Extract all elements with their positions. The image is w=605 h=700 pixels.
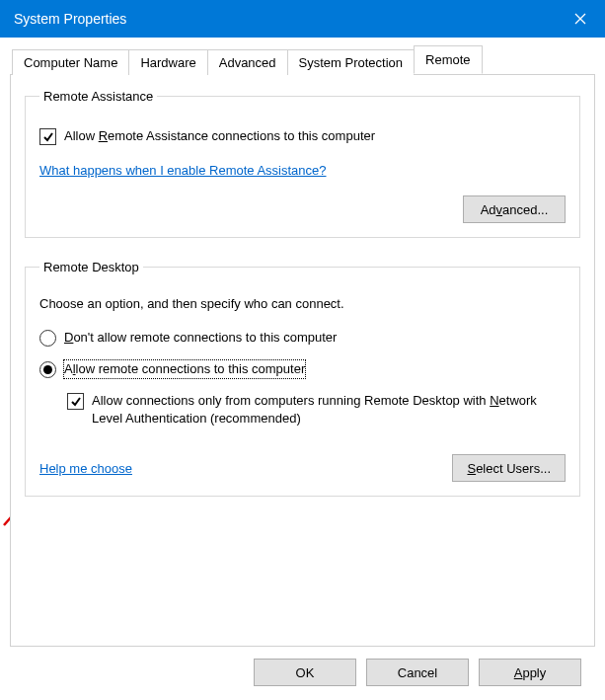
row-allow-remote-assistance: Allow Remote Assistance connections to t… — [39, 127, 566, 145]
button-apply[interactable]: Apply — [479, 659, 581, 686]
checkbox-allow-remote-assistance[interactable] — [39, 128, 56, 145]
tab-panel-remote: Remote Assistance Allow Remote Assistanc… — [10, 74, 595, 647]
radio-allow-remote-label: Allow remote connections to this compute… — [64, 360, 305, 378]
radio-disallow-remote[interactable] — [39, 330, 56, 347]
titlebar: System Properties — [0, 0, 605, 38]
content-area: Computer Name Hardware Advanced System P… — [0, 38, 605, 686]
row-option-disallow: Don't allow remote connections to this c… — [39, 329, 566, 347]
remote-desktop-intro: Choose an option, and then specify who c… — [39, 296, 566, 311]
checkbox-allow-remote-assistance-label: Allow Remote Assistance connections to t… — [64, 127, 375, 145]
tab-remote[interactable]: Remote — [414, 45, 483, 74]
link-help-me-choose[interactable]: Help me choose — [39, 461, 132, 476]
row-nla-checkbox: Allow connections only from computers ru… — [39, 392, 566, 427]
window-title: System Properties — [14, 11, 126, 27]
group-remote-desktop-legend: Remote Desktop — [39, 260, 143, 274]
button-cancel[interactable]: Cancel — [366, 659, 469, 686]
radio-disallow-remote-label: Don't allow remote connections to this c… — [64, 329, 337, 347]
tab-system-protection[interactable]: System Protection — [287, 49, 416, 75]
tab-computer-name[interactable]: Computer Name — [12, 49, 129, 75]
group-remote-assistance-legend: Remote Assistance — [39, 89, 157, 104]
radio-allow-remote[interactable] — [39, 361, 56, 378]
row-option-allow: Allow remote connections to this compute… — [39, 360, 566, 378]
close-button[interactable] — [556, 0, 605, 38]
tab-strip: Computer Name Hardware Advanced System P… — [10, 45, 595, 74]
button-select-users[interactable]: Select Users... — [452, 454, 566, 482]
button-remote-assistance-advanced[interactable]: Advanced... — [463, 195, 566, 223]
checkbox-nla-label: Allow connections only from computers ru… — [92, 392, 566, 427]
group-remote-desktop: Remote Desktop Choose an option, and the… — [25, 260, 580, 497]
tab-advanced[interactable]: Advanced — [207, 49, 288, 75]
link-remote-assistance-help[interactable]: What happens when I enable Remote Assist… — [39, 163, 327, 178]
dialog-button-row: OK Cancel Apply — [10, 647, 595, 686]
tab-hardware[interactable]: Hardware — [128, 49, 207, 75]
button-ok[interactable]: OK — [254, 659, 356, 686]
checkbox-nla[interactable] — [67, 393, 84, 410]
group-remote-assistance: Remote Assistance Allow Remote Assistanc… — [25, 89, 580, 238]
close-icon — [574, 13, 586, 25]
